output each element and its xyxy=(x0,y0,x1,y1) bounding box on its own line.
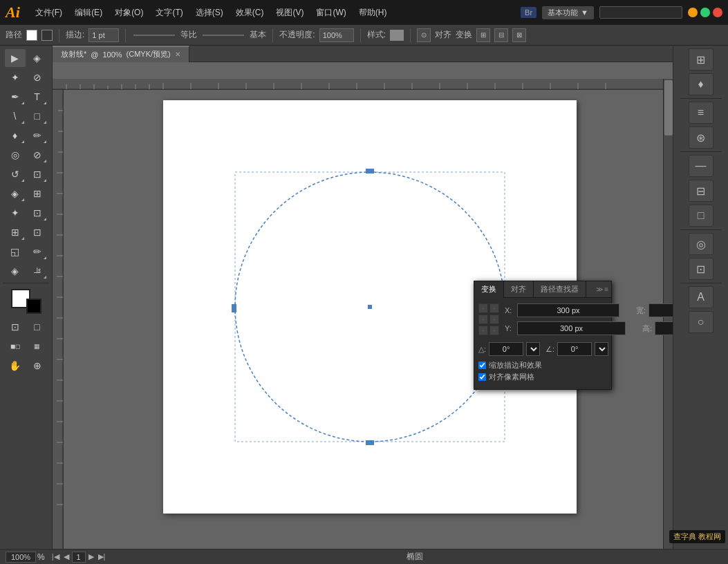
direct-selection-tool[interactable]: ◈ xyxy=(27,49,48,67)
graphic-styles-panel[interactable]: ⊡ xyxy=(689,258,713,280)
pencil-tool[interactable]: ✏ xyxy=(27,126,48,144)
opacity-input[interactable] xyxy=(319,28,354,42)
zoom-extra[interactable]: ▦ xyxy=(27,337,48,355)
menu-help[interactable]: 帮助(H) xyxy=(353,4,393,21)
hand-tool[interactable]: ✋ xyxy=(5,357,26,375)
fill-swatch[interactable] xyxy=(26,30,37,41)
type-panel[interactable]: A xyxy=(689,286,713,308)
ref-tl[interactable]: · xyxy=(478,303,488,313)
workspace-button[interactable]: 基本功能 ▼ xyxy=(542,6,594,19)
panel-expand-icon[interactable]: ≫ xyxy=(596,285,603,293)
ref-ml[interactable]: · xyxy=(478,314,488,324)
maximize-button[interactable] xyxy=(700,8,710,17)
angle-input[interactable] xyxy=(489,342,523,356)
tab-transform[interactable]: 变换 xyxy=(474,281,504,298)
panel-menu-icon[interactable]: ≡ xyxy=(604,285,608,293)
x-input[interactable] xyxy=(517,303,619,317)
line-tool[interactable]: \ xyxy=(5,107,26,125)
drawing-modes-icon[interactable]: ⊡ xyxy=(5,318,26,336)
normal-mode[interactable]: ◼◻ xyxy=(5,337,26,355)
align-pixel-checkbox[interactable] xyxy=(478,373,486,381)
menu-object[interactable]: 对象(O) xyxy=(109,4,149,21)
menu-view[interactable]: 视图(V) xyxy=(270,4,309,21)
menu-type[interactable]: 文字(T) xyxy=(150,4,188,21)
paintbrush-tool[interactable]: ♦ xyxy=(5,126,26,144)
bridge-button[interactable]: Br xyxy=(521,7,536,18)
last-page-button[interactable]: ▶| xyxy=(97,552,107,561)
transform-label[interactable]: 变换 xyxy=(456,29,472,41)
type-tool[interactable]: T xyxy=(27,88,48,106)
pen-tool[interactable]: ✒ xyxy=(5,88,26,106)
free-transform-tool[interactable]: ⊞ xyxy=(27,185,48,203)
minimize-button[interactable] xyxy=(688,8,698,17)
column-graph-tool[interactable]: ⫡ xyxy=(27,262,48,280)
color-panel[interactable]: ♦ xyxy=(689,73,713,95)
gradient-tool[interactable]: ◱ xyxy=(5,243,26,261)
change-screen-mode[interactable]: □ xyxy=(27,318,48,336)
shape-name: 椭圆 xyxy=(112,551,717,563)
ruler-horizontal xyxy=(53,79,663,90)
stroke-width-input[interactable]: 1 pt xyxy=(88,28,119,42)
close-button[interactable] xyxy=(713,8,722,17)
ref-br[interactable]: · xyxy=(489,326,499,335)
perspective-grid-tool[interactable]: ⊞ xyxy=(5,223,26,241)
tab-close-icon[interactable]: ✕ xyxy=(175,50,180,58)
menu-effect[interactable]: 效果(C) xyxy=(230,4,270,21)
warp-tool[interactable]: ◈ xyxy=(5,185,26,203)
align-label[interactable]: 对齐 xyxy=(435,29,451,41)
align-icon2[interactable]: ⊟ xyxy=(494,28,508,42)
ref-mr[interactable]: · xyxy=(489,314,499,324)
angle-dropdown[interactable] xyxy=(526,342,540,356)
scale-tool[interactable]: ⊡ xyxy=(27,165,48,183)
navigator-panel[interactable]: ⊞ xyxy=(689,48,713,70)
symbols-panel[interactable]: ⊛ xyxy=(689,126,713,149)
artboards-panel[interactable]: □ xyxy=(689,205,713,227)
align-icon3[interactable]: ⊠ xyxy=(512,28,526,42)
brushes-panel[interactable]: ≡ xyxy=(689,102,713,124)
menu-window[interactable]: 窗口(W) xyxy=(310,4,351,21)
eraser-tool[interactable]: ⊘ xyxy=(27,146,48,164)
next-page-button[interactable]: ▶ xyxy=(87,552,95,561)
ref-tr[interactable]: · xyxy=(489,303,499,313)
align-icon1[interactable]: ⊞ xyxy=(476,28,490,42)
menu-edit[interactable]: 编辑(E) xyxy=(69,4,108,21)
blob-brush-tool[interactable]: ◎ xyxy=(5,146,26,164)
document-tab[interactable]: 放射线* @ 100% (CMYK/预览) ✕ xyxy=(53,46,189,62)
first-page-button[interactable]: |◀ xyxy=(50,552,61,561)
ref-bl[interactable]: · xyxy=(478,326,488,335)
rect-tool[interactable]: □ xyxy=(27,107,48,125)
eyedropper-tool[interactable]: ✏ xyxy=(27,243,48,261)
width-input[interactable] xyxy=(648,303,673,317)
y-input[interactable] xyxy=(517,321,626,335)
background-color[interactable] xyxy=(26,299,41,314)
effects-panel[interactable]: ◎ xyxy=(689,233,713,255)
style-swatch[interactable] xyxy=(390,30,404,41)
scrollbar-thumb[interactable] xyxy=(664,80,673,135)
appearance-panel[interactable]: ○ xyxy=(689,311,713,333)
lasso-tool[interactable]: ⊘ xyxy=(27,68,48,86)
tab-align[interactable]: 对齐 xyxy=(504,281,534,298)
scale-stroke-checkbox[interactable] xyxy=(478,361,486,369)
tab-pathfinder[interactable]: 路径查找器 xyxy=(534,281,586,298)
layers-panel[interactable]: ⊟ xyxy=(689,180,713,202)
mesh-tool[interactable]: ⊡ xyxy=(27,223,48,241)
magic-wand-tool[interactable]: ✦ xyxy=(5,68,26,86)
prev-page-button[interactable]: ◀ xyxy=(62,552,71,561)
zoom-input[interactable] xyxy=(6,552,36,563)
stroke-panel[interactable]: — xyxy=(689,155,713,177)
height-input[interactable] xyxy=(655,321,673,335)
search-input[interactable] xyxy=(599,6,682,19)
selection-tool[interactable]: ▶ xyxy=(5,49,26,67)
live-paint-tool[interactable]: ⊡ xyxy=(27,204,48,222)
stroke-swatch[interactable] xyxy=(41,30,53,41)
opacity-circle-icon[interactable]: ⊙ xyxy=(417,28,431,42)
shear-dropdown[interactable] xyxy=(595,342,608,356)
page-input[interactable] xyxy=(72,552,86,563)
zoom-tool[interactable]: ⊕ xyxy=(27,357,48,375)
shape-builder-tool[interactable]: ✦ xyxy=(5,204,26,222)
menu-select[interactable]: 选择(S) xyxy=(190,4,229,21)
rotate-tool[interactable]: ↺ xyxy=(5,165,26,183)
blend-tool[interactable]: ◈ xyxy=(5,262,26,280)
shear-input[interactable] xyxy=(557,342,592,356)
menu-file[interactable]: 文件(F) xyxy=(30,4,68,21)
